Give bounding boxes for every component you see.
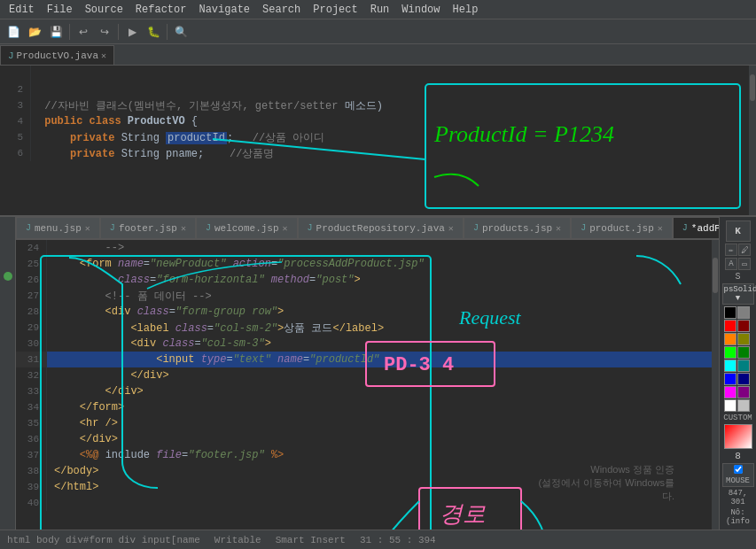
rp-mouse-label: MOUSE xyxy=(722,463,754,487)
menu-help[interactable]: Help xyxy=(448,2,484,18)
tab-close-footer[interactable]: ✕ xyxy=(181,223,186,234)
menu-navigate[interactable]: Navigate xyxy=(193,2,255,18)
tab-label-repo: ProductRepository.java xyxy=(316,223,445,234)
tab-icon-products: J xyxy=(473,223,479,233)
tab-product-repo[interactable]: J ProductRepository.java ✕ xyxy=(298,217,464,238)
rp-pen[interactable]: 🖊 xyxy=(738,244,751,256)
color-silver[interactable] xyxy=(737,399,750,412)
tab-bar: J menu.jsp ✕ J footer.jsp ✕ J welcome.js… xyxy=(16,217,719,240)
toolbar-undo[interactable]: ↩ xyxy=(74,22,93,42)
rp-color-grid xyxy=(724,306,752,412)
color-darkred[interactable] xyxy=(737,320,750,332)
status-smart-insert: Smart Insert xyxy=(276,535,346,545)
tab-label-menu: menu.jsp xyxy=(35,223,82,234)
tab-product-vo[interactable]: J ProductVO.java ✕ xyxy=(0,45,114,65)
rp-custom-gradient[interactable] xyxy=(724,424,752,449)
toolbar-search[interactable]: 🔍 xyxy=(171,22,191,42)
right-panel: K ✏ 🖊 A ▭ S psSolid ▼ xyxy=(719,217,756,530)
top-vscroll[interactable] xyxy=(749,66,756,215)
rp-marker[interactable]: A xyxy=(725,258,737,270)
tab-welcome-jsp[interactable]: J welcome.jsp ✕ xyxy=(196,217,298,238)
code-line-28: 28 <div class="form-group row"> xyxy=(16,304,719,320)
windows-text: Windows 정품 인증 xyxy=(539,463,674,476)
tab-icon-add: J xyxy=(682,223,688,233)
toolbar-sep3 xyxy=(167,24,168,40)
rp-ns-label: Nô: (info xyxy=(720,508,756,526)
tab-menu-jsp[interactable]: J menu.jsp ✕ xyxy=(16,217,100,238)
tab-icon-welcome: J xyxy=(206,223,211,233)
toolbar: 📄 📂 💾 ↩ ↪ ▶ 🐛 🔍 xyxy=(0,19,756,44)
rp-eraser[interactable]: ▭ xyxy=(738,258,751,270)
toolbar-run[interactable]: ▶ xyxy=(122,22,142,42)
menu-run[interactable]: Run xyxy=(365,2,395,18)
rp-stroke[interactable]: psSolid ▼ xyxy=(722,283,754,305)
tab-close-product[interactable]: ✕ xyxy=(658,223,663,234)
status-bar: html body div#form div input[name Writab… xyxy=(0,530,756,549)
rp-btn-k[interactable]: K xyxy=(726,220,751,242)
status-position: 31 : 55 : 394 xyxy=(360,535,436,545)
rp-size-val: 8 xyxy=(735,451,741,461)
toolbar-debug[interactable]: 🐛 xyxy=(144,22,163,42)
color-red[interactable] xyxy=(724,320,737,332)
color-teal[interactable] xyxy=(737,360,750,372)
color-green[interactable] xyxy=(724,346,737,359)
menu-search[interactable]: Search xyxy=(257,2,306,18)
breakpoint-marker[interactable] xyxy=(4,272,12,281)
color-navy[interactable] xyxy=(737,373,750,385)
color-orange[interactable] xyxy=(724,333,737,345)
tab-label-add: *addProduct.jsp xyxy=(691,223,719,234)
status-path: html body div#form div input[name xyxy=(7,535,200,545)
code-vscroll[interactable] xyxy=(712,240,719,530)
top-line-3: 3 //자바빈 클래스(멤버변수, 기본생성자, getter/setter 메… xyxy=(0,97,756,113)
tab-products-jsp[interactable]: J products.jsp ✕ xyxy=(464,217,571,238)
tab-add-product-jsp[interactable]: J *addProduct.jsp ✕ xyxy=(673,217,719,238)
tab-footer-jsp[interactable]: J footer.jsp ✕ xyxy=(100,217,196,238)
menu-source[interactable]: Source xyxy=(80,2,129,18)
toolbar-redo[interactable]: ↪ xyxy=(95,22,114,42)
tab-close-products[interactable]: ✕ xyxy=(556,223,561,234)
color-purple[interactable] xyxy=(737,386,750,398)
menu-project[interactable]: Project xyxy=(308,2,362,18)
code-line-37: 37 <%@ include file="footer.jsp" %> xyxy=(16,447,719,463)
rp-pencil[interactable]: ✏ xyxy=(725,244,737,256)
toolbar-open[interactable]: 📂 xyxy=(25,22,44,42)
rp-custom-label: CUSTOM xyxy=(723,414,752,422)
color-black[interactable] xyxy=(724,306,737,319)
code-line-35: 35 <hr /> xyxy=(16,415,719,431)
bottom-section: J menu.jsp ✕ J footer.jsp ✕ J welcome.js… xyxy=(0,217,756,530)
top-tab-bar: J ProductVO.java ✕ xyxy=(0,44,756,66)
code-content[interactable]: 24 --> 25 <form name="newProduct" action… xyxy=(16,240,719,530)
code-line-26: 26 class="form-horizontal" method="post"… xyxy=(16,272,719,288)
code-line-34: 34 </form> xyxy=(16,399,719,415)
color-blue[interactable] xyxy=(724,373,737,385)
menu-refactor[interactable]: Refactor xyxy=(130,2,192,18)
tab-icon-footer: J xyxy=(110,223,115,233)
tab-close-product-vo[interactable]: ✕ xyxy=(101,50,106,61)
toolbar-sep2 xyxy=(118,24,119,40)
tab-product-jsp[interactable]: J product.jsp ✕ xyxy=(571,217,673,238)
toolbar-new[interactable]: 📄 xyxy=(4,22,23,42)
menu-window[interactable]: Window xyxy=(396,2,445,18)
rp-mouse-checkbox[interactable] xyxy=(734,465,743,474)
color-magenta[interactable] xyxy=(724,386,737,398)
color-cyan[interactable] xyxy=(724,360,737,372)
color-darkgreen[interactable] xyxy=(737,346,750,359)
tab-icon-j: J xyxy=(8,50,14,61)
toolbar-save[interactable]: 💾 xyxy=(46,22,66,42)
windows-sub: (설정에서 이동하여 Windows를 xyxy=(539,476,674,490)
tab-close-menu[interactable]: ✕ xyxy=(85,223,90,234)
color-white[interactable] xyxy=(724,399,737,412)
color-gray[interactable] xyxy=(737,306,750,319)
tab-close-repo[interactable]: ✕ xyxy=(448,223,454,234)
code-line-24: 24 --> xyxy=(16,240,719,256)
top-line-4: 4 public class ProductVO { xyxy=(0,113,756,129)
top-line-2: 2 xyxy=(0,81,756,97)
tab-label-welcome: welcome.jsp xyxy=(214,223,279,234)
color-olive[interactable] xyxy=(737,333,750,345)
tab-close-welcome[interactable]: ✕ xyxy=(283,223,288,234)
menu-edit[interactable]: Edit xyxy=(4,2,40,18)
main-container: J ProductVO.java ✕ 2 3 //자바빈 클래스(멤버변수, 기… xyxy=(0,44,756,530)
windows-sub2: 다. xyxy=(539,490,674,503)
rp-coords: 847, 301 xyxy=(720,489,756,506)
menu-file[interactable]: File xyxy=(42,2,78,18)
